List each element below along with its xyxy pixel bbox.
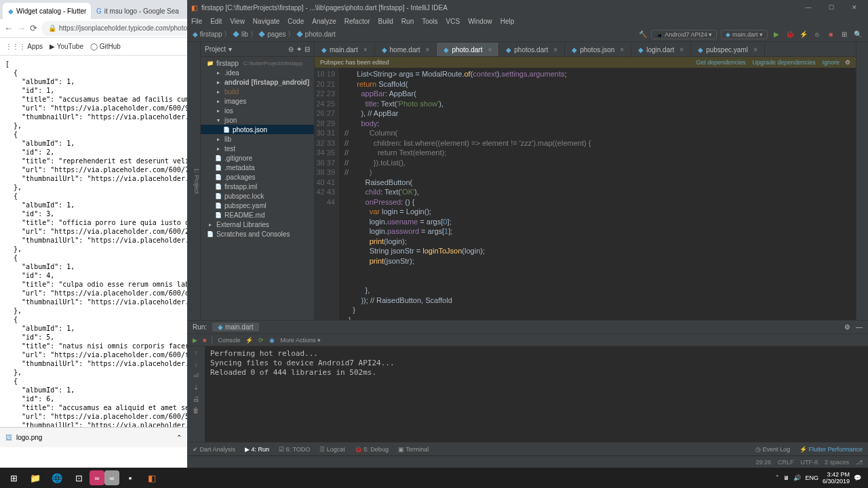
editor-tab[interactable]: ◆photos.json× (565, 43, 631, 56)
tree-item[interactable]: ▸android [firstapp_android] (201, 77, 314, 87)
attach-icon[interactable]: ⎋ (812, 30, 822, 39)
editor-tab[interactable]: ◆main.dart× (315, 43, 375, 56)
back-icon[interactable]: ← (4, 22, 13, 35)
start-button[interactable]: ⊞ (3, 468, 24, 487)
intellij-icon[interactable]: ◧ (141, 468, 163, 487)
close-button[interactable]: ✕ (845, 1, 864, 14)
editor-tab[interactable]: ◆photos.dart× (499, 43, 565, 56)
tree-item[interactable]: 📄.metadata (201, 163, 314, 172)
app-icon[interactable]: ∞ (104, 470, 119, 485)
notifications-icon[interactable]: 💬 (854, 474, 861, 481)
search-icon[interactable]: 🔍 (853, 30, 863, 39)
gear-icon[interactable]: ✦ (296, 45, 302, 53)
collapse-icon[interactable]: ⊖ (288, 45, 294, 53)
code-content[interactable]: List<String> args = ModalRoute.of(contex… (339, 68, 856, 320)
tree-item[interactable]: 📄README.md (201, 210, 314, 220)
tree-item[interactable]: ▸build (201, 87, 314, 96)
explorer-icon[interactable]: 📁 (24, 468, 46, 487)
code-editor[interactable]: 18 19 20 21 22 23 24 25 26 27 28 29 30 3… (315, 68, 856, 320)
tree-item[interactable]: ▸External Libraries (201, 220, 314, 229)
encoding[interactable]: UTF-8 (800, 459, 818, 466)
bookmark[interactable]: ◯ GitHub (90, 43, 121, 50)
console-tab[interactable]: Console (218, 337, 240, 344)
bookmark[interactable]: ▶ YouTube (50, 43, 83, 50)
get-deps-link[interactable]: Get dependencies (696, 59, 745, 66)
open-devtools-icon[interactable]: ◉ (269, 337, 275, 344)
menu-item[interactable]: Edit (210, 18, 222, 25)
build-icon[interactable]: 🔨 (639, 30, 647, 38)
run-icon[interactable]: ▶ (772, 30, 781, 39)
up-icon[interactable]: ↑ (195, 349, 198, 357)
ignore-link[interactable]: Ignore (822, 59, 840, 66)
chevron-up-icon[interactable]: ⌃ (176, 434, 182, 441)
menu-item[interactable]: File (191, 18, 202, 25)
minimize-button[interactable]: — (799, 1, 818, 14)
flutter-perf[interactable]: ⚡ Flutter Performance (800, 446, 863, 453)
tree-item[interactable]: 📄photos.json (201, 125, 314, 134)
scroll-icon[interactable]: ⇣ (193, 384, 199, 391)
rerun-icon[interactable]: ▶ (193, 337, 197, 344)
project-tree[interactable]: 📁firstappC:\flutterProjects\firstapp▸.id… (201, 57, 314, 320)
tree-item[interactable]: 📄.gitignore (201, 153, 314, 163)
line-sep[interactable]: CRLF (778, 459, 794, 466)
stop-icon[interactable]: ■ (203, 337, 206, 344)
volume-icon[interactable]: 🔊 (793, 474, 801, 481)
minimize-icon[interactable]: — (856, 323, 863, 331)
terminal-icon[interactable]: ▪ (119, 468, 141, 487)
left-gutter[interactable]: 1: Project (187, 42, 201, 320)
lang-indicator[interactable]: ENG (805, 474, 818, 481)
stop-icon[interactable]: ■ (826, 30, 835, 39)
editor-tab[interactable]: ◆pubspec.yaml× (691, 43, 765, 56)
editor-tab[interactable]: ◆login.dart× (631, 43, 691, 56)
forward-icon[interactable]: → (17, 22, 26, 35)
upgrade-deps-link[interactable]: Upgrade dependencies (752, 59, 815, 66)
tree-item[interactable]: ▸ios (201, 106, 314, 115)
chrome-icon[interactable]: 🌐 (46, 468, 68, 487)
menu-item[interactable]: Analyze (312, 18, 336, 25)
console-output[interactable]: Performing hot reload... Syncing files t… (205, 346, 868, 442)
caret-pos[interactable]: 29:26 (755, 459, 771, 466)
git-branch[interactable]: ⎇ (856, 459, 863, 466)
dart-analysis-tab[interactable]: ✔ Dart Analysis (193, 446, 235, 453)
hot-reload-icon[interactable]: ⚡ (799, 30, 808, 39)
address-bar[interactable]: 🔒https://jsonplaceholder.typicode.com/ph… (41, 21, 194, 36)
run-config-selector[interactable]: ◆ main.dart ▾ (721, 30, 768, 39)
tree-item[interactable]: ▾json (201, 115, 314, 125)
menu-item[interactable]: Tools (422, 18, 437, 25)
menu-item[interactable]: Help (500, 18, 515, 25)
clear-icon[interactable]: 🗑 (193, 407, 199, 414)
hot-reload-icon[interactable]: ⚡ (245, 337, 253, 344)
terminal-tab[interactable]: ▣ Terminal (398, 446, 429, 453)
tree-item[interactable]: 📄pubspec.lock (201, 191, 314, 201)
breadcrumb[interactable]: ◆ firstapp 〉 ◆ lib 〉 ◆ pages 〉 ◆ photo.d… (193, 30, 336, 39)
restart-icon[interactable]: ⟳ (258, 337, 264, 344)
bookmark[interactable]: ⋮⋮⋮ Apps (5, 43, 43, 50)
logcat-tab[interactable]: ☰ Logcat (319, 446, 345, 453)
menu-item[interactable]: Code (288, 18, 304, 25)
gear-icon[interactable]: ⚙ (845, 59, 850, 66)
tray-chevron-icon[interactable]: ˄ (776, 474, 779, 481)
menu-item[interactable]: View (230, 18, 245, 25)
tree-item[interactable]: 📁firstappC:\flutterProjects\firstapp (201, 58, 314, 68)
tree-item[interactable]: ▸images (201, 96, 314, 106)
clock[interactable]: 3:42 PM6/30/2019 (823, 471, 850, 485)
todo-tab[interactable]: ☑ 6: TODO (279, 446, 310, 453)
system-tray[interactable]: ˄ 🖥 🔊 ENG 3:42 PM6/30/2019 💬 (776, 471, 865, 485)
menu-item[interactable]: Build (378, 18, 393, 25)
network-icon[interactable]: 🖥 (783, 474, 789, 481)
tree-item[interactable]: ▸lib (201, 134, 314, 144)
layout-icon[interactable]: ⊞ (840, 30, 849, 39)
menu-item[interactable]: Run (401, 18, 414, 25)
print-icon[interactable]: 🖨 (193, 395, 199, 403)
run-tab[interactable]: ▶ 4: Run (245, 446, 269, 453)
maximize-button[interactable]: ☐ (822, 1, 841, 14)
task-view-icon[interactable]: ⊡ (68, 468, 90, 487)
tree-item[interactable]: 📄pubspec.yaml (201, 201, 314, 210)
run-tab[interactable]: ◆ main.dart (212, 323, 258, 331)
menu-item[interactable]: VCS (446, 18, 460, 25)
menu-item[interactable]: Window (468, 18, 492, 25)
download-item[interactable]: logo.png (16, 434, 42, 441)
indent[interactable]: 2 spaces (825, 459, 849, 466)
hide-icon[interactable]: ⊟ (304, 45, 310, 53)
chrome-tab[interactable]: Git msu logo - Google Sea (91, 3, 179, 19)
